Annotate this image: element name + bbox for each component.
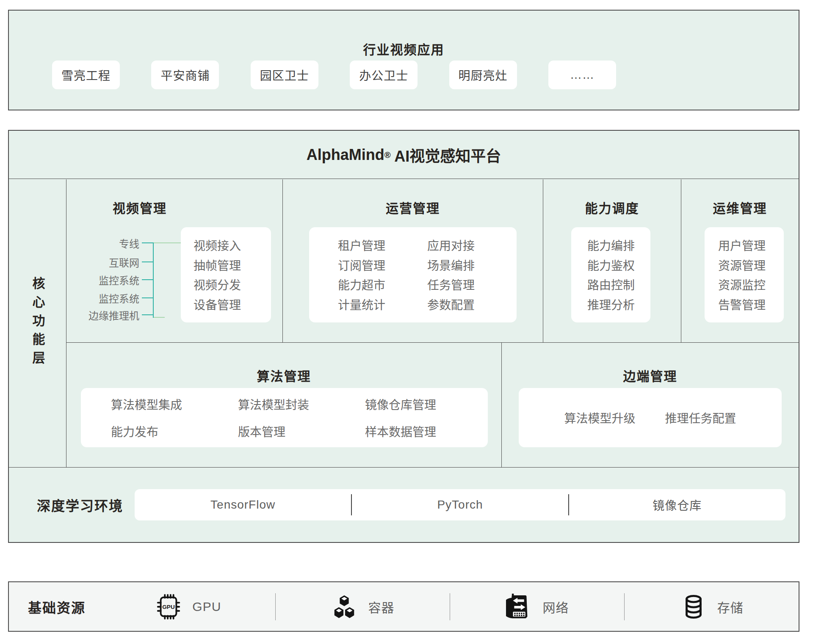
capability-scheduling-header: 能力调度 [543, 198, 681, 217]
scheduling-item: 路由控制 [587, 276, 650, 293]
section-edge-management: 边端管理 算法模型升级 推理任务配置 [502, 343, 799, 467]
video-source-label: 互联网 [109, 254, 139, 269]
operations-management-header: 运营管理 [283, 198, 543, 217]
app-pill: 园区卫士 [251, 61, 318, 89]
section-operations-management: 运营管理 租户管理 订阅管理 能力超市 计量统计 应用对接 [283, 179, 543, 342]
section-video-management: 视频管理 专线 互联网 监控系统 监控系统 边缘推理机 [66, 179, 283, 342]
connector-branch [142, 297, 153, 298]
operations-item: 参数配置 [427, 296, 517, 313]
video-source-label: 边缘推理机 [88, 307, 139, 322]
base-resources-label: 基础资源 [28, 597, 86, 616]
operations-item: 任务管理 [427, 276, 517, 293]
platform-title-rest: AI视觉感知平台 [391, 144, 501, 166]
algorithm-item: 算法模型集成 [111, 396, 238, 413]
video-function: 设备管理 [194, 296, 271, 313]
rows-wrap: 视频管理 专线 互联网 监控系统 监控系统 边缘推理机 [66, 179, 799, 467]
platform-panel: AlphaMind® AI视觉感知平台 核心功能层 视频管理 专线 互联网 监控… [8, 130, 799, 543]
om-item: 资源监控 [718, 276, 784, 293]
platform-body: 核心功能层 视频管理 专线 互联网 监控系统 监控系统 边缘推理机 [9, 179, 799, 542]
connector-to-box [154, 242, 181, 243]
om-management-header: 运维管理 [681, 198, 799, 217]
algorithm-item: 算法模型封装 [238, 396, 365, 413]
video-function: 视频分发 [194, 276, 271, 293]
architecture-diagram: 行业视频应用 雪亮工程 平安商铺 园区卫士 办公卫士 明厨亮灶 …… Alpha… [0, 0, 813, 644]
resource-network: 网络 [450, 582, 624, 631]
video-function: 视频接入 [194, 237, 271, 253]
scheduling-item: 推理分析 [587, 296, 650, 313]
algorithm-item: 版本管理 [238, 423, 365, 440]
resource-label: 网络 [543, 597, 569, 616]
core-function-rows: 核心功能层 视频管理 专线 互联网 监控系统 监控系统 边缘推理机 [9, 179, 799, 467]
edge-item: 推理任务配置 [665, 409, 736, 426]
row-algorithm-edge: 算法管理 算法模型集成 算法模型封装 镜像仓库管理 能力发布 版本管理 样本数据… [66, 343, 799, 467]
om-item: 用户管理 [718, 237, 784, 253]
industry-apps-panel: 行业视频应用 雪亮工程 平安商铺 园区卫士 办公卫士 明厨亮灶 …… [8, 10, 799, 110]
connector-branch [142, 242, 153, 243]
om-item: 告警管理 [718, 296, 784, 313]
containers-icon [331, 593, 358, 620]
app-pill: 办公卫士 [350, 61, 418, 89]
deep-learning-bar: TensorFlow PyTorch 镜像仓库 [135, 489, 785, 520]
video-management-header: 视频管理 [66, 198, 213, 217]
gpu-chip-icon: GPU [155, 593, 182, 620]
om-box: 用户管理 资源管理 资源监控 告警管理 [705, 227, 784, 322]
core-layer-label: 核心功能层 [28, 277, 47, 370]
video-function: 抽帧管理 [194, 256, 271, 273]
app-pill-more: …… [548, 61, 616, 89]
resource-label: GPU [192, 600, 221, 614]
dl-framework: TensorFlow [135, 489, 351, 520]
deep-learning-label: 深度学习环境 [37, 495, 123, 515]
row-management: 视频管理 专线 互联网 监控系统 监控系统 边缘推理机 [66, 179, 799, 343]
video-functions-box: 视频接入 抽帧管理 视频分发 设备管理 [181, 227, 271, 322]
connector-branch [142, 261, 153, 262]
scheduling-item: 能力编排 [587, 237, 650, 253]
video-source-label: 监控系统 [99, 272, 139, 287]
edge-box: 算法模型升级 推理任务配置 [519, 388, 782, 447]
industry-apps-row: 雪亮工程 平安商铺 园区卫士 办公卫士 明厨亮灶 …… [52, 61, 616, 89]
algorithm-item: 能力发布 [111, 423, 238, 440]
connector-branch [142, 279, 153, 280]
app-pill: 平安商铺 [151, 61, 219, 89]
connector-trunk [153, 242, 154, 318]
row-deep-learning: 深度学习环境 TensorFlow PyTorch 镜像仓库 [9, 467, 799, 542]
operations-item: 应用对接 [427, 237, 517, 253]
om-item: 资源管理 [718, 256, 784, 273]
platform-title: AlphaMind® AI视觉感知平台 [9, 131, 799, 179]
dl-framework: PyTorch [352, 489, 568, 520]
operations-item: 租户管理 [338, 237, 427, 253]
edge-item: 算法模型升级 [564, 409, 635, 426]
algorithm-item: 镜像仓库管理 [365, 396, 488, 413]
section-om-management: 运维管理 用户管理 资源管理 资源监控 告警管理 [681, 179, 799, 342]
capability-scheduling-box: 能力编排 能力鉴权 路由控制 推理分析 [571, 227, 650, 322]
industry-apps-title: 行业视频应用 [9, 39, 799, 58]
resource-label: 存储 [717, 597, 744, 616]
video-source-label: 监控系统 [99, 290, 139, 305]
resource-label: 容器 [368, 597, 394, 616]
operations-item: 场景编排 [427, 256, 517, 273]
operations-box: 租户管理 订阅管理 能力超市 计量统计 应用对接 场景编排 任务管理 参数配置 [309, 227, 517, 322]
network-switch-icon [506, 593, 533, 620]
video-source-label: 专线 [119, 235, 139, 250]
resource-storage: 存储 [625, 582, 799, 631]
dl-framework: 镜像仓库 [569, 489, 785, 520]
operations-item: 订阅管理 [338, 256, 427, 273]
platform-brand: AlphaMind [307, 146, 384, 164]
app-pill: 明厨亮灶 [449, 61, 517, 89]
storage-database-icon [680, 593, 707, 620]
connector-stub [154, 317, 165, 318]
operations-item: 计量统计 [338, 296, 427, 313]
algorithm-box: 算法模型集成 算法模型封装 镜像仓库管理 能力发布 版本管理 样本数据管理 [81, 388, 488, 447]
base-resources-groups: GPU GPU [101, 582, 799, 631]
connector-branch [142, 314, 153, 315]
core-layer-strip: 核心功能层 [9, 179, 66, 467]
app-pill: 雪亮工程 [52, 61, 120, 89]
section-algorithm-management: 算法管理 算法模型集成 算法模型封装 镜像仓库管理 能力发布 版本管理 样本数据… [66, 343, 502, 467]
svg-text:GPU: GPU [163, 603, 175, 610]
scheduling-item: 能力鉴权 [587, 256, 650, 273]
algorithm-item: 样本数据管理 [365, 423, 488, 440]
operations-item: 能力超市 [338, 276, 427, 293]
section-capability-scheduling: 能力调度 能力编排 能力鉴权 路由控制 推理分析 [543, 179, 681, 342]
resource-container: 容器 [276, 582, 450, 631]
resource-gpu: GPU GPU [101, 582, 275, 631]
edge-management-header: 边端管理 [502, 366, 799, 385]
